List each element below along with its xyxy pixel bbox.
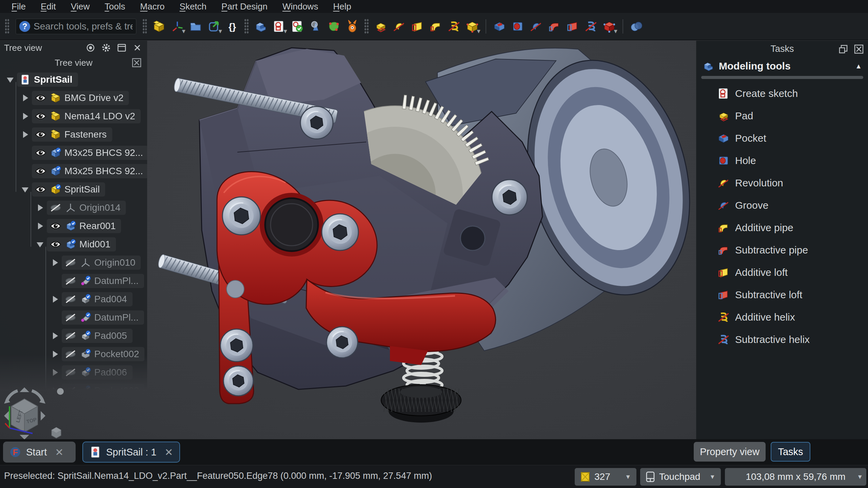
view-sketch-button[interactable]: [307, 17, 324, 36]
visibility-eye-icon[interactable]: [35, 130, 47, 139]
task-tool-subtractive-loft[interactable]: Subtractive loft: [696, 284, 868, 306]
menu-file[interactable]: File: [4, 0, 33, 13]
additive-helix-button[interactable]: [446, 17, 462, 36]
property-view-button[interactable]: Property view: [694, 442, 766, 462]
visibility-eye-off-icon[interactable]: [64, 295, 77, 303]
nav-cube-body[interactable]: LEFT TOP: [11, 399, 38, 432]
tree-item-pad004[interactable]: Pad004: [0, 290, 147, 308]
toolbar-grip[interactable]: [364, 19, 369, 34]
tree-item-content[interactable]: Pad004: [62, 292, 133, 306]
tree-item-content[interactable]: BMG Drive v2: [32, 91, 129, 105]
tree-item-content[interactable]: M3x25 BHCS 92...: [32, 164, 149, 178]
tree-item-origin014[interactable]: Origin014: [0, 199, 147, 217]
float-icon[interactable]: [837, 43, 849, 55]
chevron-down-icon[interactable]: ▼: [217, 28, 223, 35]
nav-arrow-right[interactable]: [41, 411, 45, 421]
additive-pipe-button[interactable]: [427, 17, 444, 36]
chevron-down-icon[interactable]: ▼: [282, 28, 288, 35]
tree-arrow-expanded[interactable]: [6, 75, 15, 84]
tree-arrow-collapsed[interactable]: [51, 331, 60, 340]
tree-item-content[interactable]: Origin010: [62, 256, 141, 270]
tree-item-bmg-drive-v2[interactable]: BMG Drive v2: [0, 89, 147, 107]
tree-arrow-collapsed[interactable]: [36, 203, 45, 212]
tree-arrow-collapsed[interactable]: [21, 112, 30, 121]
create-sketch-button[interactable]: ▼: [271, 17, 288, 36]
visibility-eye-off-icon[interactable]: [64, 350, 77, 358]
tree-item-content[interactable]: SpritSail: [17, 73, 78, 87]
tree-item-content[interactable]: Rear001: [47, 219, 121, 233]
map-sketch-button[interactable]: [326, 17, 342, 36]
braces-button[interactable]: {}: [224, 17, 241, 36]
visibility-eye-icon[interactable]: [50, 222, 62, 230]
task-tool-pad[interactable]: Pad: [696, 105, 868, 127]
tree-arrow-collapsed[interactable]: [51, 350, 60, 359]
tab-start[interactable]: FStart✕: [3, 442, 76, 463]
overlay-layout-icon[interactable]: [116, 42, 127, 54]
tree-item-content[interactable]: Pad006: [62, 365, 133, 380]
subtractive-loft-button[interactable]: [564, 17, 581, 36]
tree-item-pad006[interactable]: Pad006: [0, 363, 147, 382]
tree-item-content[interactable]: DatumPl...: [62, 310, 144, 325]
tree-item-content[interactable]: SpritSail: [32, 182, 105, 197]
tree-view-tab[interactable]: Tree view: [0, 55, 147, 70]
chevron-down-icon[interactable]: ▼: [181, 28, 186, 35]
tree-item-datumpl[interactable]: DatumPl...: [0, 272, 147, 290]
close-icon[interactable]: ✕: [164, 446, 173, 458]
tree-item-pad005[interactable]: Pad005: [0, 327, 147, 345]
tree-arrow-collapsed[interactable]: [51, 368, 60, 377]
task-tool-revolution[interactable]: Revolution: [696, 172, 868, 194]
toolbar-grip[interactable]: [142, 19, 147, 34]
tree-arrow-expanded[interactable]: [21, 185, 30, 194]
task-tool-additive-helix[interactable]: Additive helix: [696, 306, 868, 328]
nav-mini-cube[interactable]: [52, 427, 61, 438]
toolbar-grip[interactable]: [5, 19, 9, 34]
tree-item-content[interactable]: M3x25 BHCS 92...: [32, 146, 149, 160]
tree-item-content[interactable]: Mid001: [47, 237, 116, 251]
tree-arrow-collapsed[interactable]: [21, 94, 30, 102]
task-tool-subtractive-pipe[interactable]: Subtractive pipe: [696, 239, 868, 261]
task-tool-hole[interactable]: Hole: [696, 149, 868, 172]
subtractive-pipe-button[interactable]: [546, 17, 563, 36]
tree-item-origin010[interactable]: Origin010: [0, 253, 147, 272]
chevron-down-icon[interactable]: ▼: [476, 28, 481, 35]
view-dimensions-widget[interactable]: 103,08 mm x 59,76 mm ▼: [725, 468, 866, 486]
visibility-eye-off-icon[interactable]: [64, 277, 77, 285]
additive-loft-button[interactable]: [409, 17, 426, 36]
menu-help[interactable]: Help: [326, 0, 358, 13]
origin-axis-button[interactable]: ▼: [169, 17, 186, 36]
task-tool-subtractive-helix[interactable]: Subtractive helix: [696, 328, 868, 351]
boxed-close-icon[interactable]: [131, 57, 142, 68]
additive-primitive-button[interactable]: ▼: [464, 17, 481, 36]
validate-sketch-button[interactable]: [289, 17, 306, 36]
groove-button[interactable]: [528, 17, 545, 36]
tree-arrow-collapsed[interactable]: [51, 258, 60, 267]
navigation-style-widget[interactable]: Touchpad ▼: [640, 468, 721, 486]
tree-item-m3x25-bhcs-92[interactable]: M3x25 BHCS 92...: [0, 162, 147, 180]
menu-macro[interactable]: Macro: [133, 0, 172, 13]
task-tool-create-sketch[interactable]: Create sketch: [696, 82, 868, 105]
pocket-button[interactable]: [491, 17, 508, 36]
tree-arrow-collapsed[interactable]: [51, 295, 60, 304]
chevron-down-icon[interactable]: ▼: [613, 28, 618, 35]
tree-arrow-collapsed[interactable]: [36, 222, 45, 230]
tree-item-spritsail[interactable]: SpritSail: [0, 180, 147, 199]
tree-item-nema14-ldo-v2[interactable]: Nema14 LDO v2: [0, 107, 147, 125]
visibility-eye-off-icon[interactable]: [64, 332, 77, 340]
tree-item-pocket002[interactable]: Pocket002: [0, 345, 147, 363]
visibility-eye-off-icon[interactable]: [64, 259, 77, 267]
gear-icon[interactable]: [100, 42, 112, 54]
menu-tools[interactable]: Tools: [97, 0, 133, 13]
part-button[interactable]: [151, 17, 167, 36]
menu-sketch[interactable]: Sketch: [172, 0, 214, 13]
boolean-button[interactable]: [628, 17, 645, 36]
tree-item-m3x25-bhcs-92[interactable]: M3x25 BHCS 92...: [0, 144, 147, 162]
task-tool-pocket[interactable]: Pocket: [696, 127, 868, 149]
transparency-eye-icon[interactable]: [85, 42, 96, 54]
tree-item-content[interactable]: Nema14 LDO v2: [32, 109, 141, 123]
task-tool-additive-loft[interactable]: Additive loft: [696, 261, 868, 284]
tree-item-mid001[interactable]: Mid001: [0, 235, 147, 253]
body-button[interactable]: [252, 17, 269, 36]
link-button[interactable]: ▼: [205, 17, 222, 36]
navigation-cube[interactable]: LEFT TOP: [2, 386, 70, 444]
tab-spritsail-1[interactable]: SpritSail : 1✕: [82, 442, 180, 463]
